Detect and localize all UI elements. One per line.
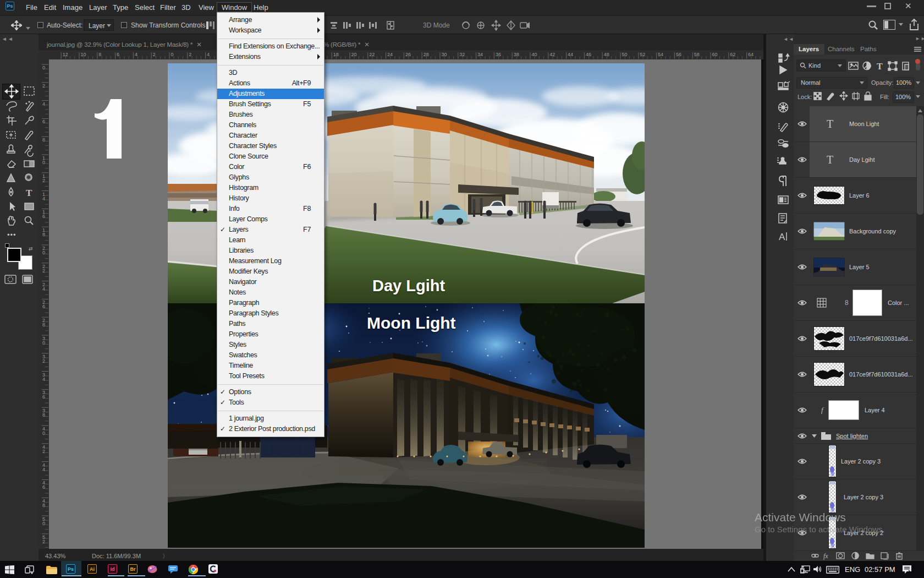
svg-text:22: 22	[369, 52, 375, 57]
svg-text:0: 0	[171, 52, 174, 57]
svg-text:8: 8	[42, 503, 45, 508]
svg-text:2: 2	[42, 449, 45, 454]
svg-text:4: 4	[42, 196, 45, 201]
svg-text:24: 24	[387, 52, 393, 57]
svg-text:50: 50	[622, 52, 628, 57]
svg-text:0: 0	[42, 430, 45, 436]
svg-text:42: 42	[549, 52, 555, 57]
svg-text:40: 40	[532, 52, 537, 57]
svg-text:64: 64	[748, 52, 754, 57]
svg-text:4: 4	[207, 52, 210, 57]
svg-text:4: 4	[42, 101, 45, 107]
svg-text:34: 34	[477, 52, 483, 57]
svg-text:0: 0	[42, 340, 45, 346]
svg-text:58: 58	[694, 52, 700, 57]
svg-text:12: 12	[63, 52, 68, 57]
svg-text:6: 6	[42, 214, 45, 219]
svg-text:48: 48	[604, 52, 609, 57]
svg-text:26: 26	[405, 52, 411, 57]
svg-text:6: 6	[42, 394, 45, 400]
svg-text:6: 6	[117, 52, 119, 57]
svg-text:2: 2	[42, 539, 45, 544]
svg-text:52: 52	[640, 52, 645, 57]
svg-text:fx: fx	[823, 552, 828, 560]
svg-text:6: 6	[42, 119, 45, 124]
svg-text:30: 30	[442, 52, 447, 57]
svg-text:8: 8	[42, 322, 45, 328]
svg-text:4: 4	[42, 286, 45, 292]
svg-text:2: 2	[153, 52, 156, 57]
svg-text:8: 8	[42, 137, 45, 143]
svg-text:18: 18	[333, 52, 339, 57]
svg-text:4: 4	[42, 377, 45, 382]
svg-text:A: A	[779, 232, 785, 242]
svg-text:8: 8	[98, 52, 101, 57]
svg-text:2: 2	[42, 178, 45, 183]
svg-text:8: 8	[42, 232, 45, 237]
svg-text:T: T	[26, 188, 32, 198]
svg-text:6: 6	[42, 484, 45, 490]
svg-text:6: 6	[42, 304, 45, 309]
svg-text:32: 32	[459, 52, 465, 57]
svg-text:0: 0	[42, 521, 45, 526]
svg-text:0: 0	[42, 250, 45, 255]
svg-text:2: 2	[189, 52, 191, 57]
svg-text:8: 8	[42, 412, 45, 418]
svg-text:0: 0	[42, 65, 45, 70]
svg-text:28: 28	[424, 52, 429, 57]
svg-text:4: 4	[42, 467, 45, 472]
svg-text:36: 36	[496, 52, 501, 57]
svg-text:20: 20	[351, 52, 357, 57]
svg-text:T: T	[877, 62, 883, 71]
svg-text:46: 46	[586, 52, 591, 57]
svg-text:44: 44	[568, 52, 573, 57]
svg-text:38: 38	[514, 52, 519, 57]
svg-text:62: 62	[730, 52, 735, 57]
svg-text:2: 2	[42, 358, 45, 364]
svg-text:54: 54	[658, 52, 663, 57]
svg-text:60: 60	[712, 52, 718, 57]
svg-text:2: 2	[42, 268, 45, 274]
svg-text:4: 4	[135, 52, 138, 57]
svg-text:2: 2	[42, 83, 45, 89]
svg-text:56: 56	[676, 52, 681, 57]
svg-text:0: 0	[42, 160, 45, 165]
svg-text:10: 10	[81, 52, 86, 57]
